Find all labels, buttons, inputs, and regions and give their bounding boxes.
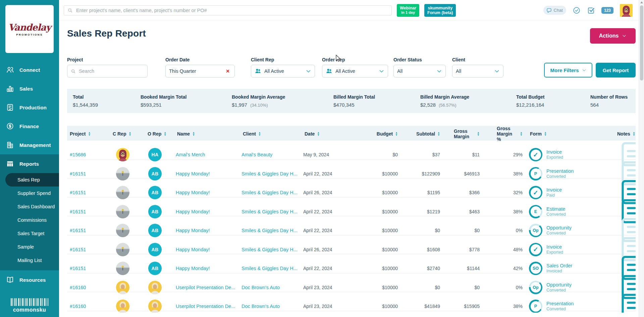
form-title-link[interactable]: Sales Order	[546, 263, 572, 269]
company-logo[interactable]: Vandelay PROMOTIONS	[5, 5, 54, 53]
order-name-link[interactable]: Happy Monday!	[176, 171, 240, 176]
project-search-input[interactable]	[79, 68, 144, 74]
project-link[interactable]: #16151	[70, 228, 110, 233]
column-header-gross-margin[interactable]: Gross Margin▲▼	[445, 128, 484, 139]
project-link[interactable]: #16160	[70, 304, 110, 309]
project-link[interactable]: #16151	[70, 247, 110, 252]
order-name-link[interactable]: Userpilot Presentation De...	[176, 304, 240, 309]
order-name-link[interactable]: Happy Monday!	[176, 190, 240, 195]
form-title-link[interactable]: Opportunity	[546, 225, 572, 231]
form-status-badge[interactable]: Op	[529, 281, 542, 294]
client-link[interactable]: Smiles & Giggles Day H...	[241, 228, 302, 233]
project-link[interactable]: #16151	[70, 266, 110, 271]
form-status-badge[interactable]: ✓	[529, 186, 542, 199]
form-status-badge[interactable]: P	[529, 167, 542, 180]
project-link[interactable]: #16160	[70, 285, 110, 290]
column-header-form[interactable]: Form▲▼	[527, 131, 609, 137]
column-header-budget[interactable]: Budget▲▼	[372, 131, 402, 137]
tasks-checkbox-icon[interactable]	[587, 6, 595, 14]
reminders-clock-icon[interactable]	[573, 6, 581, 14]
skummunity-forum-button[interactable]: skummunity Forum (beta)	[424, 4, 456, 17]
column-header-date[interactable]: Date▲▼	[302, 131, 372, 137]
gross-margin-value: $778	[445, 247, 484, 252]
client-cell: Smiles & Giggles Day H...	[240, 228, 302, 233]
clear-filter-icon[interactable]: ✕	[224, 68, 231, 74]
form-title-link[interactable]: Invoice	[546, 244, 563, 250]
form-title-link[interactable]: Invoice	[546, 187, 562, 193]
client-link[interactable]: Doc Brown's Auto	[241, 304, 302, 309]
form-status-badge[interactable]: E	[529, 205, 542, 218]
filter-client-rep-control[interactable]: All Active	[251, 65, 315, 77]
form-status-badge[interactable]: Op	[529, 224, 542, 237]
form-status-badge[interactable]: ✓	[529, 148, 542, 161]
sidebar-subitem-sales-target[interactable]: Sales Target	[0, 227, 59, 240]
sidebar-item-management[interactable]: Management	[0, 136, 59, 154]
sidebar-subitem-supplier-spend[interactable]: Supplier Spend	[0, 187, 59, 200]
order-name-link[interactable]: Happy Monday!	[176, 209, 240, 214]
more-filters-button[interactable]: More Filters	[544, 63, 592, 77]
client-link[interactable]: Smiles & Giggles Day H...	[241, 247, 302, 252]
column-header-gross-margin-[interactable]: Gross Margin %▲▼	[484, 126, 527, 142]
order-name-link[interactable]: Happy Monday!	[176, 228, 240, 233]
actions-button[interactable]: Actions	[590, 28, 636, 44]
sidebar-item-finance[interactable]: Finance	[0, 117, 59, 136]
global-search-input[interactable]	[76, 8, 388, 13]
sidebar-subitem-commissions[interactable]: Commissions	[0, 213, 59, 227]
client-link[interactable]: Amal's Beauty	[241, 152, 302, 157]
form-title-link[interactable]: Presentation	[546, 168, 574, 174]
client-link[interactable]: Doc Brown's Auto	[241, 285, 302, 290]
global-search[interactable]	[64, 5, 392, 15]
project-link[interactable]: #15686	[70, 152, 110, 157]
filter-order-status-control[interactable]: All	[393, 65, 446, 77]
name-cell: Amal's Merch	[174, 152, 240, 157]
form-status-badge[interactable]: P	[529, 300, 542, 313]
sidebar-item-sales[interactable]: Sales	[0, 79, 59, 98]
sidebar-subitem-sales-rep[interactable]: Sales Rep	[5, 173, 59, 187]
filter-client-control[interactable]: All	[452, 65, 503, 77]
project-link[interactable]: #16151	[70, 209, 110, 214]
user-avatar[interactable]	[620, 3, 633, 17]
project-link[interactable]: #16151	[70, 171, 110, 176]
column-header-c-rep[interactable]: C Rep▲▼	[110, 131, 145, 137]
column-header-o-rep[interactable]: O Rep▲▼	[145, 131, 174, 137]
form-title-link[interactable]: Presentation	[546, 301, 574, 307]
form-title-link[interactable]: Invoice	[546, 149, 563, 155]
sidebar-item-production[interactable]: Production	[0, 98, 59, 117]
vertical-scrollbar[interactable]	[639, 0, 644, 317]
client-link[interactable]: Smiles & Giggles Day H...	[241, 171, 302, 176]
sidebar-subitem-sales-dashboard[interactable]: Sales Dashboard	[0, 200, 59, 213]
sidebar-item-reports[interactable]: Reports	[0, 154, 59, 173]
column-header-notes[interactable]: Notes▲▼	[609, 131, 636, 137]
order-name-link[interactable]: Userpilot Presentation De...	[176, 285, 240, 290]
client-link[interactable]: Smiles & Giggles Day H...	[241, 190, 302, 195]
column-header-client[interactable]: Client▲▼	[240, 131, 302, 137]
webinar-button[interactable]: Webinar in 1 day	[397, 4, 419, 17]
notification-count-badge[interactable]: 123	[601, 7, 613, 14]
filter-order-date-control[interactable]: This Quarter✕	[165, 65, 235, 77]
sidebar-item-connect[interactable]: Connect	[0, 60, 59, 79]
order-name-link[interactable]: Happy Monday!	[176, 247, 240, 252]
column-header-name[interactable]: Name▲▼	[174, 131, 240, 137]
project-link[interactable]: #16151	[70, 190, 110, 195]
get-report-button[interactable]: Get Report	[596, 63, 636, 77]
sidebar-subitem-mailing-list[interactable]: Mailing List	[0, 254, 59, 267]
filter-order-rep-control[interactable]: All Active	[322, 65, 388, 77]
form-status-badge[interactable]: SO	[529, 262, 542, 275]
form-title-link[interactable]: Opportunity	[546, 282, 572, 288]
filter-project-control[interactable]	[67, 65, 148, 77]
sidebar-item-resources[interactable]: Resources	[0, 270, 59, 289]
chat-button[interactable]: Chat	[543, 6, 566, 15]
sort-arrows-icon: ▲▼	[192, 131, 195, 136]
order-name-link[interactable]: Amal's Merch	[176, 152, 240, 157]
order-name-link[interactable]: Happy Monday!	[176, 266, 240, 271]
client-link[interactable]: Smiles & Giggles Day H...	[241, 266, 302, 271]
form-title-link[interactable]: Estimate	[546, 206, 566, 212]
form-status-badge[interactable]: ✓	[529, 243, 542, 256]
column-header-subtotal[interactable]: Subtotal▲▼	[402, 131, 445, 137]
clipboard-check-icon	[6, 103, 14, 111]
column-header-project[interactable]: Project▲▼	[67, 131, 110, 137]
client-link[interactable]: Smiles & Giggles Day H...	[241, 209, 302, 214]
scrollbar-up-arrow[interactable]	[640, 1, 643, 3]
sidebar-subitem-sample[interactable]: Sample	[0, 240, 59, 254]
scrollbar-thumb[interactable]	[640, 5, 643, 81]
